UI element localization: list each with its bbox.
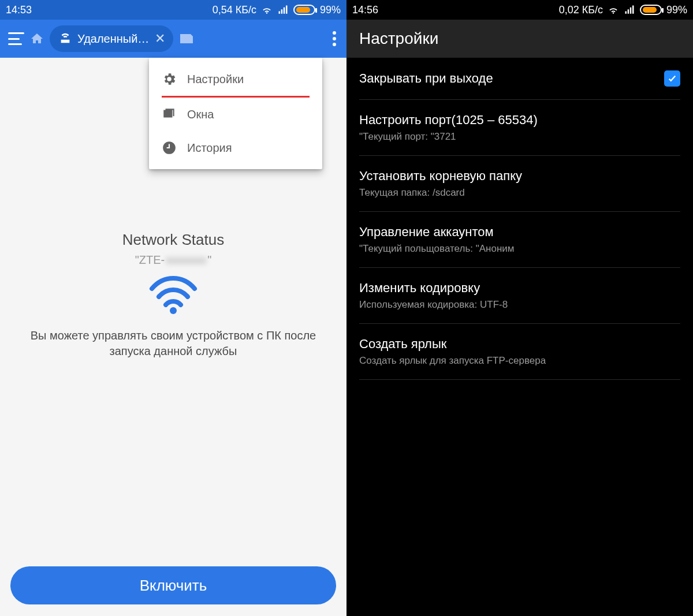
network-description: Вы можете управлять своим устройством с …: [23, 328, 323, 359]
windows-icon: [162, 107, 177, 122]
battery-icon: [293, 5, 315, 15]
status-battery-pct: 99%: [666, 4, 687, 16]
menu-item-history[interactable]: История: [149, 131, 322, 165]
check-icon: [667, 73, 677, 84]
setting-shortcut[interactable]: Создать ярлык Создать ярлык для запуска …: [359, 324, 680, 380]
settings-title: Настройки: [359, 29, 438, 48]
active-tab[interactable]: Удаленный… ✕: [50, 25, 173, 52]
setting-root-folder[interactable]: Установить корневую папку Текущая папка:…: [359, 156, 680, 212]
close-tab-icon[interactable]: ✕: [155, 31, 165, 46]
ssid-hidden: xxxxxxx: [165, 253, 207, 267]
battery-icon: [640, 5, 662, 15]
menu-item-windows[interactable]: Окна: [149, 98, 322, 131]
appbar-left: Удаленный… ✕: [0, 20, 346, 58]
ssid-suffix: ": [207, 253, 211, 266]
setting-title: Настроить порт(1025 – 65534): [359, 113, 538, 128]
tab-label: Удаленный…: [77, 32, 149, 46]
remote-tab-icon: [59, 32, 72, 45]
setting-title: Установить корневую папку: [359, 169, 522, 184]
setting-subtitle: "Текущий порт: "3721: [359, 131, 538, 143]
wifi-status-icon: [261, 4, 273, 16]
menu-item-label: Настройки: [187, 73, 244, 86]
ssid-prefix: "ZTE-: [135, 253, 165, 266]
setting-encoding[interactable]: Изменить кодировку Используемая кодировк…: [359, 268, 680, 324]
setting-account[interactable]: Управление аккаунтом "Текущий польщовате…: [359, 212, 680, 268]
network-status-panel: Network Status "ZTE-xxxxxxx" Вы можете у…: [0, 231, 346, 359]
wifi-status-icon: [608, 4, 619, 16]
network-ssid: "ZTE-xxxxxxx": [23, 253, 323, 267]
status-bar-left: 14:53 0,54 КБ/с 99%: [0, 0, 346, 20]
overflow-dropdown: Настройки Окна История: [149, 58, 322, 169]
signal-status-icon: [277, 4, 289, 16]
history-icon: [162, 140, 177, 155]
gear-icon: [162, 72, 177, 87]
overflow-menu-button[interactable]: [333, 31, 336, 46]
signal-status-icon: [624, 4, 635, 16]
sdcard-tab-icon[interactable]: [179, 32, 198, 46]
status-speed: 0,54 КБ/с: [213, 4, 256, 16]
status-speed: 0,02 КБ/с: [559, 4, 603, 16]
status-battery-pct: 99%: [320, 4, 341, 16]
setting-title: Управление аккаунтом: [359, 225, 514, 240]
setting-subtitle: Текущая папка: /sdcard: [359, 187, 522, 199]
setting-title: Закрывать при выходе: [359, 71, 493, 86]
start-button[interactable]: Включить: [10, 566, 336, 604]
status-time: 14:56: [352, 4, 378, 16]
network-status-title: Network Status: [23, 231, 323, 249]
menu-item-label: История: [187, 141, 232, 155]
start-button-label: Включить: [140, 577, 207, 594]
setting-title: Создать ярлык: [359, 337, 546, 352]
setting-subtitle: Используемая кодировка: UTF-8: [359, 299, 508, 311]
setting-subtitle: Создать ярлык для запуска FTP-сервера: [359, 355, 546, 367]
home-icon[interactable]: [30, 32, 44, 46]
settings-list: Закрывать при выходе Настроить порт(1025…: [346, 58, 693, 380]
checkbox-checked[interactable]: [664, 70, 680, 87]
setting-subtitle: "Текущий польщователь: "Аноним: [359, 243, 514, 255]
setting-title: Изменить кодировку: [359, 281, 508, 296]
menu-item-settings[interactable]: Настройки: [149, 62, 322, 96]
menu-item-label: Окна: [187, 108, 214, 121]
hamburger-menu-button[interactable]: [8, 32, 24, 45]
setting-port[interactable]: Настроить порт(1025 – 65534) "Текущий по…: [359, 100, 680, 156]
svg-point-0: [170, 307, 177, 314]
status-bar-right: 14:56 0,02 КБ/с 99%: [346, 0, 693, 20]
wifi-icon: [147, 275, 199, 315]
settings-title-bar: Настройки: [346, 20, 693, 58]
setting-close-on-exit[interactable]: Закрывать при выходе: [359, 58, 680, 100]
status-time: 14:53: [6, 4, 32, 16]
